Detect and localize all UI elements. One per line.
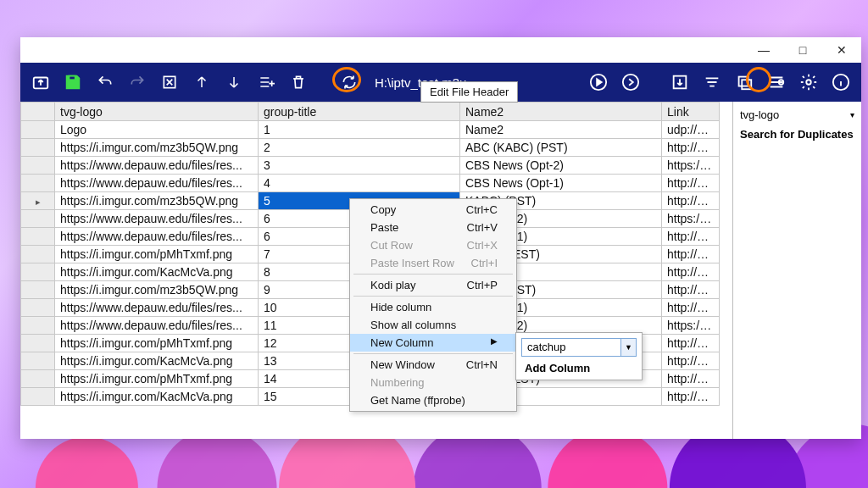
ctx-get-name-ffprobe[interactable]: Get Name (ffprobe) [350, 391, 516, 409]
col-name2[interactable]: Name2 [460, 103, 662, 121]
new-column-combo[interactable]: catchup ▼ [521, 338, 637, 357]
cell-logo[interactable]: https://i.imgur.com/pMhTxmf.png [55, 370, 259, 388]
cell-logo[interactable]: https://www.depauw.edu/files/res... [55, 317, 259, 335]
row-marker[interactable] [21, 175, 55, 192]
row-marker[interactable] [21, 210, 55, 228]
table-row[interactable]: https://www.depauw.edu/files/res...4CBS … [21, 175, 720, 192]
cell-link[interactable]: http://92.43.140.249/s27/04.m3u8 [662, 263, 720, 281]
gear-icon[interactable] [797, 70, 821, 94]
maximize-button[interactable]: □ [783, 37, 822, 63]
cell-logo[interactable]: https://www.depauw.edu/files/res... [55, 299, 259, 317]
table-row[interactable]: https://i.imgur.com/mz3b5QW.png2ABC (KAB… [21, 139, 720, 157]
cell-name[interactable]: Name2 [460, 121, 662, 139]
cell-logo[interactable]: https://www.depauw.edu/files/res... [55, 210, 259, 228]
row-marker[interactable] [21, 299, 55, 317]
arrow-down-icon[interactable] [222, 70, 246, 94]
cell-logo[interactable]: https://www.depauw.edu/files/res... [55, 228, 259, 246]
col-tvg-logo[interactable]: tvg-logo [55, 103, 259, 121]
undo-icon[interactable] [93, 70, 117, 94]
col-marker[interactable] [21, 103, 55, 121]
col-link[interactable]: Link [662, 103, 720, 121]
cell-logo[interactable]: https://i.imgur.com/KacMcVa.png [55, 263, 259, 281]
cell-group[interactable]: 3 [259, 157, 460, 175]
cell-link[interactable]: https://dai.google.com/linear/hls/... [662, 157, 720, 175]
save-icon[interactable] [61, 70, 85, 94]
cell-link[interactable]: http://content-ausc1.uplynk.com/... [662, 281, 720, 299]
row-marker[interactable] [21, 352, 55, 370]
minimize-button[interactable]: — [744, 37, 783, 63]
cell-link[interactable]: udp://@23… [662, 121, 720, 139]
cell-name[interactable]: CBS News (Opt-2) [460, 157, 662, 175]
row-marker[interactable] [21, 228, 55, 246]
row-marker[interactable] [21, 121, 55, 139]
header-row[interactable]: tvg-logo group-title Name2 Link [21, 103, 720, 121]
cell-name[interactable]: ABC (KABC) (PST) [460, 139, 662, 157]
ctx-copy[interactable]: CopyCtrl+C [350, 201, 516, 219]
row-marker[interactable] [21, 281, 55, 299]
table-row[interactable]: Logo1Name2udp://@23… [21, 121, 720, 139]
ctx-paste[interactable]: PasteCtrl+V [350, 219, 516, 236]
cell-link[interactable]: https://dai.google.com/linear/hls/... [662, 210, 720, 228]
row-marker[interactable] [21, 139, 55, 157]
table-row[interactable]: https://www.depauw.edu/files/res...3CBS … [21, 157, 720, 175]
row-marker[interactable] [21, 388, 55, 406]
cell-logo[interactable]: https://www.depauw.edu/files/res... [55, 157, 259, 175]
play-icon[interactable] [587, 70, 610, 94]
row-marker[interactable] [21, 192, 55, 210]
cell-link[interactable]: http://content-ausc1.uplynk.com/... [662, 139, 720, 157]
cell-logo[interactable]: https://i.imgur.com/pMhTxmf.png [55, 335, 259, 352]
import-icon[interactable] [668, 70, 692, 94]
row-marker[interactable] [21, 246, 55, 263]
cell-logo[interactable]: https://i.imgur.com/mz3b5QW.png [55, 281, 259, 299]
cell-link[interactable]: http://92.43.140.249/s27/04.m3u8 [662, 388, 720, 406]
cell-link[interactable]: http://161.0.157.50/PLTV/888888... [662, 370, 720, 388]
next-icon[interactable] [619, 70, 643, 94]
cell-group[interactable]: 2 [259, 139, 460, 157]
cell-link[interactable]: http://content-ausc1.uplynk.com/... [662, 192, 720, 210]
chevron-down-icon[interactable]: ▼ [620, 339, 636, 356]
cell-link[interactable]: http://92.43.140.249/s27/04.m3u8 [662, 352, 720, 370]
cell-logo[interactable]: https://i.imgur.com/KacMcVa.png [55, 352, 259, 370]
cell-link[interactable]: http://cbsnewshd-lh.akamaihd.ne... [662, 299, 720, 317]
row-marker[interactable] [21, 263, 55, 281]
cell-name[interactable]: CBS News (Opt-1) [460, 175, 662, 192]
cell-group[interactable]: 1 [259, 121, 460, 139]
info-icon[interactable] [829, 70, 853, 94]
column-select-dropdown[interactable]: tvg-logo ▾ [740, 107, 854, 123]
ctx-new-column[interactable]: New Column▶ [350, 334, 516, 352]
cell-link[interactable]: http://161.0.157.50/PLTV/888888... [662, 335, 720, 352]
row-marker[interactable] [21, 335, 55, 352]
cell-logo[interactable]: Logo [55, 121, 259, 139]
new-column-submenu: catchup ▼ Add Column [515, 332, 643, 380]
close-button[interactable]: ✕ [822, 37, 861, 63]
search-duplicates-label[interactable]: Search for Duplicates [740, 128, 854, 141]
filter-icon[interactable] [700, 70, 724, 94]
cell-link[interactable]: http://161.0.157.50/PLTV/888888... [662, 246, 720, 263]
row-marker[interactable] [21, 370, 55, 388]
cell-group[interactable]: 4 [259, 175, 460, 192]
ctx-numbering: Numbering [350, 374, 516, 391]
ctx-hide-column[interactable]: Hide column [350, 298, 516, 316]
clear-cell-icon[interactable] [158, 70, 181, 94]
row-marker[interactable] [21, 317, 55, 335]
row-marker[interactable] [21, 157, 55, 175]
add-column-button[interactable]: Add Column [521, 362, 637, 374]
delete-icon[interactable] [287, 70, 310, 94]
cell-logo[interactable]: https://i.imgur.com/KacMcVa.png [55, 388, 259, 406]
cell-logo[interactable]: https://i.imgur.com/mz3b5QW.png [55, 139, 259, 157]
cell-link[interactable]: https://dai.google.com/linear/hls/... [662, 317, 720, 335]
cell-logo[interactable]: https://www.depauw.edu/files/res... [55, 175, 259, 192]
ctx-kodi-play[interactable]: Kodi playCtrl+P [350, 276, 516, 294]
svg-point-9 [806, 80, 811, 85]
ctx-new-window[interactable]: New WindowCtrl+N [350, 356, 516, 374]
cell-logo[interactable]: https://i.imgur.com/mz3b5QW.png [55, 192, 259, 210]
cell-link[interactable]: http://cbsnewshd-lh.akamaihd.ne... [662, 175, 720, 192]
cell-link[interactable]: http://cbsnewshd-lh.akamaihd.ne... [662, 228, 720, 246]
add-row-icon[interactable] [254, 70, 278, 94]
cell-logo[interactable]: https://i.imgur.com/pMhTxmf.png [55, 246, 259, 263]
ctx-show-all-columns[interactable]: Show all columns [350, 316, 516, 334]
edit-file-header-tooltip[interactable]: Edit File Header [420, 81, 518, 103]
open-file-icon[interactable] [29, 70, 53, 94]
arrow-up-icon[interactable] [190, 70, 214, 94]
col-group-title[interactable]: group-title [259, 103, 460, 121]
